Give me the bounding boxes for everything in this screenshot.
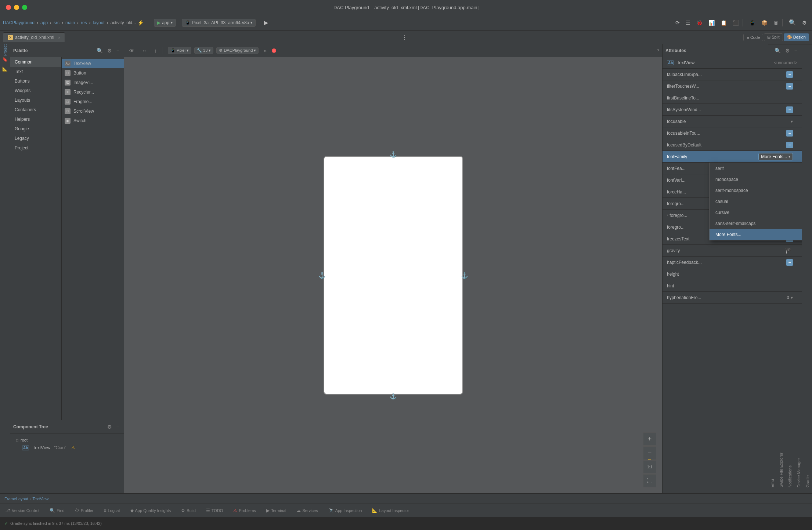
pixel-selector[interactable]: 📱 Pixel ▾ <box>168 47 191 54</box>
palette-category-project[interactable]: Project <box>10 143 61 153</box>
avd-manager-button[interactable]: 🖥 <box>771 18 781 27</box>
sidebar-tab-device-manager[interactable]: Device Manager <box>794 44 803 493</box>
palette-category-helpers[interactable]: Helpers <box>10 115 61 124</box>
font-option-monospace[interactable]: monospace <box>710 174 802 185</box>
sdk-manager-button[interactable]: 📦 <box>759 18 770 27</box>
palette-category-common[interactable]: Common <box>10 57 61 67</box>
device-selector[interactable]: 📱 Pixel_3a_API_33_arm64-v8a ▾ <box>182 19 256 27</box>
palette-item-imageview[interactable]: 🖼 ImageVi... <box>62 78 124 87</box>
font-option-sans-serif-smallcaps[interactable]: sans-serif-smallcaps <box>710 218 802 229</box>
app-selector[interactable]: ▶ app ▾ <box>154 19 176 27</box>
settings-button[interactable]: ⚙ <box>800 18 809 27</box>
font-option-serif[interactable]: serif <box>710 163 802 174</box>
pan-tool-button[interactable]: 👁 <box>127 47 137 55</box>
maximize-button[interactable] <box>22 5 27 10</box>
palette-item-button[interactable]: □ Button <box>62 68 124 78</box>
bottom-tool-find[interactable]: 🔍 Find <box>47 507 66 515</box>
breadcrumb-framelayout[interactable]: FrameLayout <box>4 497 28 501</box>
sidebar-tab-gradle[interactable]: Gradle <box>803 44 812 493</box>
stop-button[interactable]: ⬛ <box>730 18 741 27</box>
search-everywhere-button[interactable]: 🔍 <box>787 18 798 28</box>
bottom-tool-build[interactable]: ⚙ Build <box>179 507 198 515</box>
tabs-more-button[interactable]: ⋮ <box>401 34 407 41</box>
sidebar-tab-swipe-file-explorer[interactable]: Swipe File Explorer <box>777 44 786 493</box>
tree-textview-item[interactable]: Ab TextView "Ciao" ⚠ <box>13 444 121 452</box>
sidebar-project-icon[interactable]: Project <box>1 46 10 54</box>
design-view-button[interactable]: 🎨 Design <box>784 33 809 41</box>
minimize-button[interactable] <box>14 5 19 10</box>
palette-category-containers[interactable]: Containers <box>10 105 61 115</box>
breadcrumb-dacplayground[interactable]: DACPlayground <box>3 20 35 25</box>
split-view-button[interactable]: ⊟ Split <box>764 33 783 41</box>
bottom-tool-layout-inspector[interactable]: 📐 Layout Inspector <box>370 507 411 515</box>
top-drag-handle[interactable]: ⚓ <box>390 151 397 158</box>
breadcrumb-main[interactable]: main <box>65 20 75 25</box>
fit-screen-button[interactable]: ⛶ <box>643 474 656 487</box>
font-option-serif-monospace[interactable]: serif-monospace <box>710 185 802 196</box>
bottom-tool-services[interactable]: ☁ Services <box>294 507 320 515</box>
resize-horiz-button[interactable]: ↔ <box>140 47 149 55</box>
bottom-tool-app-quality[interactable]: ◆ App Quality Insights <box>128 507 173 515</box>
palette-search-button[interactable]: 🔍 <box>95 47 104 54</box>
font-option-more-fonts[interactable]: More Fonts... <box>710 229 802 240</box>
profile-button[interactable]: 📊 <box>706 18 717 27</box>
zoom-out-button[interactable]: − <box>643 446 656 460</box>
right-drag-handle[interactable]: ⚓ <box>461 272 468 279</box>
breadcrumb-layout[interactable]: layout <box>93 20 105 25</box>
breadcrumb-app[interactable]: app <box>40 20 48 25</box>
device-manager-button[interactable]: 📱 <box>747 18 758 27</box>
bug-button[interactable]: 🐞 <box>694 18 705 27</box>
breadcrumb-textview[interactable]: TextView <box>32 497 48 501</box>
palette-category-layouts[interactable]: Layouts <box>10 95 61 105</box>
bottom-tool-problems[interactable]: ⚠ Problems <box>231 507 258 515</box>
active-tab[interactable]: X activity_old_xml.xml × <box>3 32 65 42</box>
bottom-tool-terminal[interactable]: ▶ Terminal <box>264 507 289 515</box>
palette-item-scrollview[interactable]: □ ScrollView <box>62 106 124 116</box>
more-options-button[interactable]: » <box>261 47 269 55</box>
bottom-tool-logcat[interactable]: ≡ Logcat <box>101 507 122 515</box>
code-view-button[interactable]: ≡ Code <box>743 34 763 41</box>
bottom-tool-version-control[interactable]: ⎇ Version Control <box>3 507 41 515</box>
breadcrumb-res[interactable]: res <box>81 20 87 25</box>
sidebar-structure-icon[interactable]: 📐 <box>1 65 10 73</box>
zoom-in-button[interactable]: + <box>643 432 656 446</box>
breadcrumb-src[interactable]: src <box>54 20 59 25</box>
font-option-cursive[interactable]: cursive <box>710 207 802 218</box>
palette-category-widgets[interactable]: Widgets <box>10 86 61 95</box>
sidebar-tab-emu[interactable]: Emu <box>768 44 777 493</box>
sidebar-tab-notifications[interactable]: Notifications <box>786 44 794 493</box>
project-selector[interactable]: ⚙ DACPlayground ▾ <box>216 47 259 54</box>
bottom-drag-handle[interactable]: ⚓ <box>390 393 397 400</box>
bottom-tool-app-inspection[interactable]: 🔭 App Inspection <box>326 507 364 515</box>
palette-settings-button[interactable]: ⚙ <box>106 47 113 54</box>
tree-root-item[interactable]: □ root <box>13 436 121 444</box>
coverage-button[interactable]: 📋 <box>718 18 729 27</box>
run-button[interactable]: ▶ <box>261 18 270 28</box>
sidebar-bookmark-icon[interactable]: 🔖 <box>1 55 10 64</box>
palette-category-buttons[interactable]: Buttons <box>10 76 61 86</box>
palette-item-switch[interactable]: ◉ Switch <box>62 116 124 126</box>
build-button[interactable]: ☰ <box>683 18 693 27</box>
api-selector[interactable]: 🔧 33 ▾ <box>194 47 213 54</box>
left-drag-handle[interactable]: ⚓ <box>318 272 326 279</box>
palette-category-google[interactable]: Google <box>10 124 61 134</box>
resize-vert-button[interactable]: ↕ <box>152 47 159 55</box>
palette-item-recyclerview[interactable]: ≡ Recycler... <box>62 87 124 97</box>
component-tree-settings-button[interactable]: ⚙ <box>106 423 113 431</box>
palette-category-text[interactable]: Text <box>10 67 61 76</box>
palette-category-legacy[interactable]: Legacy <box>10 134 61 143</box>
font-option-casual[interactable]: casual <box>710 196 802 207</box>
refresh-button[interactable]: ⟳ <box>673 18 682 27</box>
bottom-tool-todo[interactable]: ☰ TODO <box>204 507 225 515</box>
tab-close-button[interactable]: × <box>58 35 60 40</box>
palette-item-fragment[interactable]: □ Fragme... <box>62 97 124 106</box>
component-tree-minimize-button[interactable]: − <box>115 423 121 431</box>
help-button[interactable]: ? <box>657 48 659 53</box>
bottom-tool-profiler[interactable]: ⏱ Profiler <box>73 507 96 515</box>
foregro-group-expand[interactable]: › foregro... <box>667 213 687 218</box>
close-button[interactable] <box>6 5 11 10</box>
window-controls[interactable] <box>6 5 27 10</box>
palette-item-textview[interactable]: Ab TextView <box>62 59 124 68</box>
breadcrumb-file[interactable]: activity_old... <box>111 20 136 25</box>
palette-minimize-button[interactable]: − <box>115 47 121 54</box>
